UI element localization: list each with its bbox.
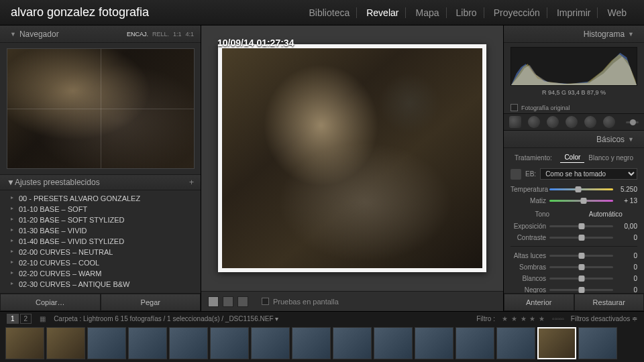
filters-off[interactable]: Filtros desactivados ≑ bbox=[571, 315, 637, 322]
histogram-title: Histograma bbox=[584, 29, 625, 39]
display-2[interactable]: 2 bbox=[20, 314, 32, 324]
navigator-header[interactable]: ▼ Navegador ENCAJ. RELL. 1:1 4:1 bbox=[0, 25, 201, 43]
slider-value[interactable]: 0,00 bbox=[613, 223, 637, 230]
module-biblioteca[interactable]: Biblioteca bbox=[303, 7, 358, 18]
zoom-4-1[interactable]: 4:1 bbox=[185, 31, 194, 38]
preset-folder[interactable]: 02-30 CURVES – ANTIQUE B&W bbox=[0, 279, 201, 290]
soft-proof-checkbox[interactable] bbox=[262, 298, 269, 305]
tool-strip bbox=[504, 113, 644, 131]
flag-filter-icon[interactable]: ▫▫▫▫▫ bbox=[552, 315, 564, 322]
thumbnail[interactable] bbox=[455, 327, 494, 359]
module-libro[interactable]: Libro bbox=[449, 7, 484, 18]
main-photo[interactable] bbox=[218, 44, 486, 272]
tint-slider[interactable] bbox=[549, 200, 613, 202]
thumbnail[interactable] bbox=[128, 327, 167, 359]
thumbnail[interactable] bbox=[333, 327, 372, 359]
crop-tool-icon[interactable] bbox=[509, 116, 521, 128]
thumbnail[interactable] bbox=[496, 327, 535, 359]
exposure-slider[interactable] bbox=[549, 225, 613, 227]
thumbnail[interactable] bbox=[251, 327, 290, 359]
preset-folder[interactable]: 01-20 BASE – SOFT STYLIZED bbox=[0, 215, 201, 225]
thumbnail-strip[interactable] bbox=[0, 325, 644, 362]
redeye-tool-icon[interactable] bbox=[547, 116, 559, 128]
filter-stars[interactable]: ★ ★ ★ ★ ★ bbox=[502, 315, 545, 322]
right-panel: Histograma ▼ R 94,5 G 93,4 B 87,9 % Foto… bbox=[503, 25, 644, 311]
filmstrip: 1 2 ▦ Carpeta : Lightroom 6 15 fotografí… bbox=[0, 311, 644, 362]
zoom-1-1[interactable]: 1:1 bbox=[173, 31, 182, 38]
thumbnail-selected[interactable] bbox=[537, 327, 576, 359]
histogram-header[interactable]: Histograma ▼ bbox=[504, 25, 644, 43]
module-revelar[interactable]: Revelar bbox=[360, 7, 406, 18]
reset-button[interactable]: Restaurar bbox=[574, 294, 645, 311]
shadows-slider[interactable] bbox=[549, 266, 613, 268]
highlights-slider[interactable] bbox=[549, 255, 613, 257]
brush-tool-icon[interactable] bbox=[603, 116, 615, 128]
radial-tool-icon[interactable] bbox=[584, 116, 596, 128]
preset-folder[interactable]: 01-10 BASE – SOFT bbox=[0, 204, 201, 215]
add-preset-icon[interactable]: + bbox=[189, 178, 194, 187]
preset-folder[interactable]: 02-10 CURVES – COOL bbox=[0, 257, 201, 268]
presets-header[interactable]: ▼ Ajustes preestablecidos + bbox=[0, 174, 201, 190]
spot-tool-icon[interactable] bbox=[528, 116, 540, 128]
navigator-preview[interactable] bbox=[7, 48, 195, 169]
thumbnail[interactable] bbox=[578, 327, 617, 359]
module-mapa[interactable]: Mapa bbox=[409, 7, 446, 18]
thumbnail[interactable] bbox=[169, 327, 208, 359]
grad-tool-icon[interactable] bbox=[566, 116, 578, 128]
grid-icon[interactable]: ▦ bbox=[40, 315, 46, 322]
wb-preset-select[interactable]: Como se ha tomado bbox=[540, 168, 637, 180]
mask-slider[interactable] bbox=[626, 121, 639, 123]
temp-slider[interactable] bbox=[549, 188, 613, 190]
auto-button[interactable]: Automático bbox=[574, 210, 638, 218]
tint-label: Matiz bbox=[511, 197, 549, 204]
filmstrip-path[interactable]: Carpeta : Lightroom 6 15 fotografías / 1… bbox=[54, 315, 278, 322]
zoom-fit[interactable]: ENCAJ. bbox=[127, 31, 148, 38]
thumbnail[interactable] bbox=[374, 327, 413, 359]
paste-button[interactable]: Pegar bbox=[101, 294, 201, 311]
tone-label: Tono bbox=[511, 210, 574, 218]
chevron-down-icon: ▼ bbox=[628, 136, 634, 143]
presets-title: Ajustes preestablecidos bbox=[15, 178, 100, 187]
thumbnail[interactable] bbox=[210, 327, 249, 359]
module-imprimir[interactable]: Imprimir bbox=[550, 7, 598, 18]
thumbnail[interactable] bbox=[415, 327, 453, 359]
preset-folder[interactable]: 01-40 BASE – VIVID STYLIZED bbox=[0, 236, 201, 247]
contrast-slider[interactable] bbox=[549, 237, 613, 239]
blacks-slider[interactable] bbox=[549, 289, 613, 291]
preset-folder[interactable]: 02-20 CURVES – WARM bbox=[0, 268, 201, 279]
temp-value[interactable]: 5.250 bbox=[613, 186, 637, 193]
slider-value[interactable]: 0 bbox=[613, 275, 637, 282]
treatment-color[interactable]: Color bbox=[560, 152, 584, 163]
basics-header[interactable]: Básicos ▼ bbox=[504, 131, 644, 148]
slider-value[interactable]: 0 bbox=[613, 263, 637, 271]
slider-label: Altas luces bbox=[511, 252, 549, 259]
basics-panel: Tratamiento: Color Blanco y negro EB: Co… bbox=[504, 148, 644, 293]
slider-value[interactable]: 0 bbox=[613, 286, 637, 294]
copy-button[interactable]: Copiar… bbox=[0, 294, 101, 311]
thumbnail[interactable] bbox=[46, 327, 85, 359]
module-proyeccion[interactable]: Proyección bbox=[487, 7, 547, 18]
preset-folder[interactable]: 02-00 CURVES – NEUTRAL bbox=[0, 247, 201, 257]
original-checkbox[interactable] bbox=[511, 104, 518, 111]
tint-value[interactable]: + 13 bbox=[613, 197, 637, 204]
display-1[interactable]: 1 bbox=[7, 314, 19, 324]
compare-icon[interactable] bbox=[237, 296, 248, 307]
whites-slider[interactable] bbox=[549, 278, 613, 280]
loupe-view-icon[interactable] bbox=[208, 296, 219, 307]
preset-folder[interactable]: 00 - PRESETS ALVARO GONZALEZ bbox=[0, 193, 201, 204]
before-after-icon[interactable] bbox=[223, 296, 233, 307]
previous-button[interactable]: Anterior bbox=[504, 294, 574, 311]
thumbnail[interactable] bbox=[5, 327, 44, 359]
slider-value[interactable]: 0 bbox=[613, 234, 637, 241]
treatment-bw[interactable]: Blanco y negro bbox=[584, 153, 637, 163]
histogram-chart[interactable] bbox=[511, 47, 637, 86]
module-web[interactable]: Web bbox=[600, 7, 633, 18]
thumbnail[interactable] bbox=[292, 327, 331, 359]
left-panel: ▼ Navegador ENCAJ. RELL. 1:1 4:1 ▼ Ajust… bbox=[0, 25, 201, 311]
zoom-fill[interactable]: RELL. bbox=[152, 31, 169, 38]
original-photo-row[interactable]: Fotografía original bbox=[504, 102, 644, 113]
preset-folder[interactable]: 01-30 BASE – VIVID bbox=[0, 225, 201, 236]
thumbnail[interactable] bbox=[87, 327, 126, 359]
wb-dropper-icon[interactable] bbox=[511, 169, 521, 180]
slider-value[interactable]: 0 bbox=[613, 252, 637, 259]
